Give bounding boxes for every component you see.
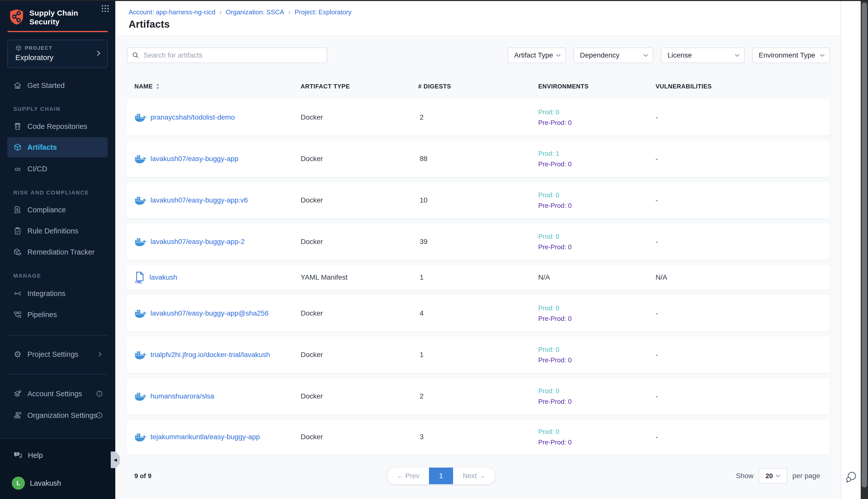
org-tree-gear-icon <box>13 411 22 419</box>
search-input[interactable] <box>144 51 322 59</box>
prod-count[interactable]: Prod: 0 <box>538 426 559 437</box>
sidebar-item-account-settings[interactable]: Account Settings <box>7 384 108 404</box>
sidebar-item-cicd[interactable]: ∞ CI/CD <box>7 159 108 179</box>
chat-support-icon[interactable] <box>845 470 858 484</box>
table-row: lavakush07/easy-buggy-app-2 Docker 39 Pr… <box>127 223 830 260</box>
environments-cell: Prod: 1 Pre-Prod: 0 <box>538 141 572 177</box>
preprod-count[interactable]: Pre-Prod: 0 <box>538 200 572 211</box>
next-page-button[interactable]: Next → <box>453 467 495 484</box>
sidebar-item-code-repositories[interactable]: Code Repositories <box>7 116 108 136</box>
chevron-down-icon <box>820 54 825 57</box>
filter-artifact-type[interactable]: Artifact Type <box>508 48 566 63</box>
svg-text:?: ? <box>16 452 17 456</box>
sidebar-item-help[interactable]: ? Help <box>7 445 98 465</box>
preprod-count[interactable]: Pre-Prod: 0 <box>538 242 572 252</box>
module-grid-icon[interactable] <box>101 4 110 13</box>
column-header-vulnerabilities: VULNERABILITIES <box>656 80 712 94</box>
prod-count[interactable]: Prod: 0 <box>538 190 559 200</box>
chevron-down-icon <box>643 54 648 57</box>
sidebar-item-integrations[interactable]: Integrations <box>7 283 108 304</box>
preprod-count[interactable]: Pre-Prod: 0 <box>538 117 572 128</box>
artifact-search[interactable] <box>127 48 327 63</box>
environments-cell: Prod: 0 Pre-Prod: 0 <box>538 295 572 331</box>
vulnerabilities-cell: - <box>656 141 658 177</box>
artifact-link[interactable]: trialpfv2hi.jfrog.io/docker-trial/lavaku… <box>150 351 270 359</box>
digests-cell: 10 <box>420 182 427 218</box>
page-scrollbar[interactable] <box>861 0 868 499</box>
filter-dependency[interactable]: Dependency <box>573 48 653 63</box>
artifact-link[interactable]: lavakush <box>149 273 177 281</box>
page-number-1[interactable]: 1 <box>429 467 453 484</box>
brand-underline <box>8 31 108 32</box>
app-title: Supply Chain Security <box>29 9 78 26</box>
sidebar-item-remediation-tracker[interactable]: Remediation Tracker <box>7 242 108 262</box>
sidebar-item-compliance[interactable]: Compliance <box>7 200 108 220</box>
sidebar-item-artifacts[interactable]: Artifacts <box>7 137 108 157</box>
digests-cell: 39 <box>420 223 427 260</box>
sidebar-item-organization-settings[interactable]: Organization Settings <box>7 405 108 425</box>
prod-count[interactable]: Prod: 0 <box>538 107 559 117</box>
prod-count[interactable]: Prod: 0 <box>538 386 559 396</box>
per-page-suffix: per page <box>792 467 820 484</box>
preprod-count[interactable]: Pre-Prod: 0 <box>538 355 572 365</box>
preprod-count[interactable]: Pre-Prod: 0 <box>538 396 572 407</box>
breadcrumb-account[interactable]: Account: app-harness-ng-cicd <box>128 8 215 16</box>
docker-icon <box>134 237 146 247</box>
docker-icon <box>134 391 146 401</box>
breadcrumb-separator: › <box>288 8 290 16</box>
digests-cell: 2 <box>420 99 424 135</box>
home-icon <box>13 81 22 90</box>
preprod-count[interactable]: Pre-Prod: 0 <box>538 313 572 324</box>
breadcrumb-project[interactable]: Project: Exploratory <box>295 8 352 16</box>
prod-count[interactable]: Prod: 0 <box>538 231 559 242</box>
prod-count[interactable]: Prod: 1 <box>538 148 559 159</box>
yaml-file-icon: YML <box>134 271 146 284</box>
pipelines-icon <box>13 310 22 319</box>
filter-environment-type[interactable]: Environment Type <box>752 48 830 63</box>
code-repository-icon <box>13 122 22 131</box>
artifact-link[interactable]: lavakush07/easy-buggy-app <box>150 155 238 163</box>
prev-page-button[interactable]: ← Prev <box>387 467 429 484</box>
window-top-edge <box>0 0 868 1</box>
section-label-supply-chain: SUPPLY CHAIN <box>13 104 61 114</box>
filter-license[interactable]: License <box>661 48 745 63</box>
digests-cell: 1 <box>420 265 424 290</box>
artifact-link[interactable]: humanshuarora/slsa <box>150 392 214 400</box>
artifact-link[interactable]: tejakummarikuntla/easy-buggy-app <box>150 433 260 441</box>
sidebar-item-project-settings[interactable]: ⚙ Project Settings <box>7 344 108 364</box>
avatar: L <box>12 477 25 490</box>
infinity-icon: ∞ <box>13 165 22 173</box>
sidebar-item-pipelines[interactable]: Pipelines <box>7 305 108 325</box>
artifact-type-cell: Docker <box>301 295 323 331</box>
preprod-count[interactable]: Pre-Prod: 0 <box>538 437 572 448</box>
per-page-select[interactable]: 20 <box>758 468 788 484</box>
compliance-document-icon <box>13 206 22 214</box>
chevron-down-icon <box>556 54 561 57</box>
artifact-link[interactable]: lavakush07/easy-buggy-app-2 <box>150 238 245 246</box>
info-icon[interactable] <box>96 412 103 419</box>
artifact-link[interactable]: lavakush07/easy-buggy-app:v6 <box>150 196 248 204</box>
prod-count[interactable]: Prod: 0 <box>538 303 559 313</box>
artifact-link[interactable]: lavakush07/easy-buggy-app@sha256 <box>150 309 269 317</box>
scrollbar-thumb[interactable] <box>862 2 867 487</box>
vulnerabilities-cell: - <box>656 419 658 454</box>
sidebar-item-rule-definitions[interactable]: Rule Definitions <box>7 221 108 241</box>
vulnerabilities-cell: - <box>656 295 658 331</box>
project-selector[interactable]: PROJECT Exploratory <box>7 40 108 68</box>
user-menu[interactable]: L Lavakush <box>7 473 98 493</box>
sort-icon[interactable] <box>155 83 160 90</box>
svg-text:YML: YML <box>135 280 142 284</box>
prod-count[interactable]: Prod: 0 <box>538 344 559 355</box>
info-icon[interactable] <box>96 390 103 398</box>
sidebar-item-get-started[interactable]: Get Started <box>7 75 108 96</box>
help-chat-icon: ? <box>13 451 22 460</box>
breadcrumb-separator: › <box>219 8 222 16</box>
preprod-count[interactable]: Pre-Prod: 0 <box>538 159 572 169</box>
chevron-right-icon <box>95 50 102 57</box>
breadcrumb-organization[interactable]: Organization: SSCA <box>226 8 284 16</box>
artifacts-cube-icon <box>13 143 22 151</box>
column-header-name[interactable]: NAME <box>134 80 160 94</box>
layers-gear-icon <box>13 389 22 398</box>
artifact-link[interactable]: pranaycshah/todolist-demo <box>150 113 235 121</box>
artifact-type-cell: Docker <box>301 99 323 135</box>
